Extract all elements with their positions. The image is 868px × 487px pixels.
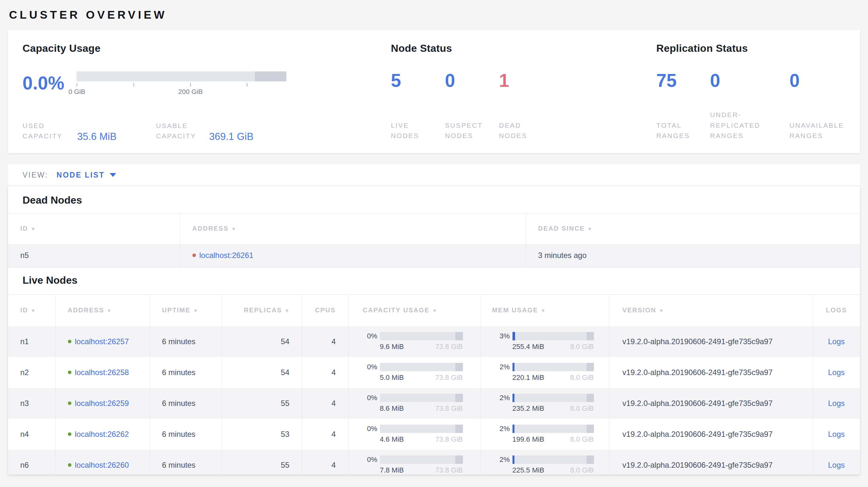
node-replicas: 55 <box>221 388 302 419</box>
live-status-dot <box>68 463 71 467</box>
total-ranges-label: TOTAL RANGES <box>656 120 710 141</box>
sort-desc-icon: ▼ <box>285 308 289 313</box>
node-logs-cell: Logs <box>813 357 860 388</box>
node-logs-cell: Logs <box>813 450 860 475</box>
capacity-usage-heading: Capacity Usage <box>23 41 391 55</box>
mem-total: 8.0 GiB <box>570 343 594 351</box>
replication-status-heading: Replication Status <box>656 41 845 55</box>
node-uptime: 6 minutes <box>150 388 221 419</box>
node-cpus: 4 <box>302 357 348 388</box>
capacity-total: 73.8 GiB <box>435 435 463 444</box>
dead-node-address-cell: localhost:26261 <box>180 244 526 268</box>
live-col-header-uptime[interactable]: UPTIME▼ <box>150 295 221 326</box>
node-mem-usage-cell: 2% 225.5 MiB8.0 GiB <box>480 450 609 475</box>
mem-total: 8.0 GiB <box>570 404 594 413</box>
view-label: VIEW: <box>23 171 48 180</box>
node-address-link[interactable]: localhost:26258 <box>75 368 129 377</box>
node-address-link[interactable]: localhost:26259 <box>75 399 129 408</box>
total-ranges-stat: 75 TOTAL RANGES <box>656 55 710 141</box>
node-version: v19.2.0-alpha.20190606-2491-gfe735c9a97 <box>609 450 813 475</box>
mem-used: 225.5 MiB <box>513 466 544 475</box>
replication-status-section: Replication Status 75 TOTAL RANGES 0 UND… <box>656 41 845 141</box>
node-address-cell: localhost:26258 <box>55 357 150 388</box>
live-col-header-id[interactable]: ID▼ <box>8 295 55 326</box>
sort-desc-icon: ▼ <box>107 308 112 313</box>
node-logs-cell: Logs <box>813 388 860 419</box>
logs-link[interactable]: Logs <box>828 337 845 346</box>
under-replicated-ranges-stat: 0 UNDER- REPLICATED RANGES <box>710 55 789 141</box>
capacity-percent: 0% <box>366 363 377 371</box>
mem-percent: 2% <box>499 394 510 402</box>
mem-used: 255.4 MiB <box>513 343 544 351</box>
unavailable-ranges-stat: 0 UNAVAILABLE RANGES <box>789 55 844 141</box>
node-uptime: 6 minutes <box>150 326 221 357</box>
node-id: n3 <box>8 388 55 419</box>
unavailable-ranges-count: 0 <box>789 71 844 90</box>
cluster-overview-page: CLUSTER OVERVIEW Capacity Usage 0.0% 0 G… <box>0 0 868 475</box>
axis-tick-label: 0 GiB <box>68 88 86 96</box>
node-capacity-usage-cell: 0% 7.8 MiB73.8 GiB <box>348 450 480 475</box>
node-replicas: 53 <box>221 419 302 450</box>
node-address-link[interactable]: localhost:26260 <box>75 461 129 469</box>
node-address-link[interactable]: localhost:26257 <box>75 337 129 346</box>
mem-bar <box>513 455 594 464</box>
node-capacity-usage-cell: 0% 5.0 MiB73.8 GiB <box>348 357 480 388</box>
replication-stats: 75 TOTAL RANGES 0 UNDER- REPLICATED RANG… <box>656 55 845 141</box>
live-nodes-stat: 5 LIVE NODES <box>391 55 445 141</box>
dead-node-dead-since: 3 minutes ago <box>526 244 860 268</box>
node-mem-usage-cell: 2% 220.1 MiB8.0 GiB <box>480 357 609 388</box>
usable-capacity-stat: USABLE CAPACITY 369.1 GiB <box>156 121 253 141</box>
logs-link[interactable]: Logs <box>828 368 845 377</box>
axis-tick <box>190 83 191 87</box>
live-col-header-capacity-usage[interactable]: CAPACITY USAGE▼ <box>348 295 480 326</box>
sort-desc-icon: ▼ <box>587 226 592 232</box>
capacity-gauge-nonusable-segment <box>255 71 286 82</box>
suspect-nodes-stat: 0 SUSPECT NODES <box>445 55 499 141</box>
live-table-header-row: ID▼ ADDRESS▼ UPTIME▼ REPLICAS▼ CPUS CAPA… <box>8 295 860 326</box>
capacity-bar <box>380 394 463 402</box>
capacity-bar <box>380 363 463 371</box>
live-col-header-mem-usage[interactable]: MEM USAGE▼ <box>480 295 609 326</box>
live-status-dot <box>68 340 71 343</box>
dead-col-header-dead-since[interactable]: DEAD SINCE▼ <box>526 214 860 244</box>
live-col-header-version[interactable]: VERSION▼ <box>609 295 813 326</box>
node-version: v19.2.0-alpha.20190606-2491-gfe735c9a97 <box>609 357 813 388</box>
dead-col-header-address[interactable]: ADDRESS▼ <box>180 214 526 244</box>
dead-nodes-heading: Dead Nodes <box>8 186 860 207</box>
capacity-stats: USED CAPACITY 35.6 MiB USABLE CAPACITY 3… <box>23 121 391 141</box>
used-capacity-label: USED CAPACITY <box>23 121 76 141</box>
live-nodes-table: ID▼ ADDRESS▼ UPTIME▼ REPLICAS▼ CPUS CAPA… <box>8 294 860 475</box>
node-version: v19.2.0-alpha.20190606-2491-gfe735c9a97 <box>609 419 813 450</box>
dead-col-header-id[interactable]: ID▼ <box>8 214 180 244</box>
mem-percent: 3% <box>499 332 510 340</box>
node-capacity-usage-cell: 0% 8.6 MiB73.8 GiB <box>348 388 480 419</box>
dead-node-address-link[interactable]: localhost:26261 <box>199 251 253 260</box>
mem-bar <box>513 425 594 433</box>
live-node-row: n6 localhost:26260 6 minutes 55 4 0% 7.8… <box>8 450 860 475</box>
dropdown-caret-icon[interactable] <box>110 173 116 177</box>
mem-used: 220.1 MiB <box>513 374 544 382</box>
node-cpus: 4 <box>302 450 348 475</box>
view-dropdown[interactable]: NODE LIST <box>57 171 105 180</box>
logs-link[interactable]: Logs <box>828 461 845 469</box>
capacity-total: 73.8 GiB <box>435 374 463 382</box>
sort-desc-icon: ▼ <box>31 308 35 313</box>
usable-capacity-label: USABLE CAPACITY <box>156 121 208 141</box>
logs-link[interactable]: Logs <box>828 399 845 408</box>
node-capacity-usage-cell: 0% 9.6 MiB73.8 GiB <box>348 326 480 357</box>
node-address-link[interactable]: localhost:26262 <box>75 430 129 439</box>
axis-tick <box>247 83 247 87</box>
sort-desc-icon: ▼ <box>231 226 236 232</box>
used-capacity-stat: USED CAPACITY 35.6 MiB <box>23 121 156 141</box>
live-col-header-replicas[interactable]: REPLICAS▼ <box>221 295 302 326</box>
mem-bar <box>513 363 594 371</box>
mem-bar <box>513 394 594 402</box>
capacity-used: 9.6 MiB <box>380 343 404 351</box>
axis-tick <box>133 83 134 87</box>
live-col-header-address[interactable]: ADDRESS▼ <box>55 295 150 326</box>
live-nodes-count: 5 <box>391 71 445 90</box>
unavailable-ranges-label: UNAVAILABLE RANGES <box>789 120 844 141</box>
logs-link[interactable]: Logs <box>828 430 845 439</box>
mem-total: 8.0 GiB <box>570 374 594 382</box>
live-node-row: n1 localhost:26257 6 minutes 54 4 0% 9.6… <box>8 326 860 357</box>
